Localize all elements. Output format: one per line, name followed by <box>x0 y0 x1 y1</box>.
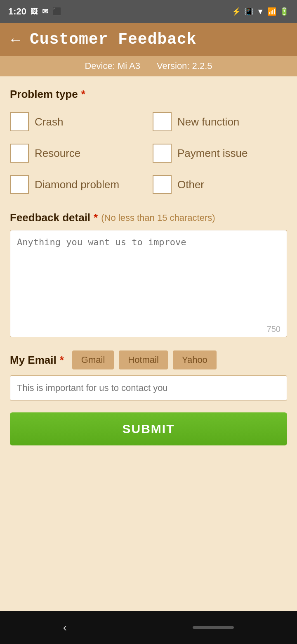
checkbox-resource-box[interactable] <box>10 144 29 163</box>
device-info: Device: Mi A3 <box>85 61 140 71</box>
main-content: Problem type * Crash New function Resour… <box>0 76 297 611</box>
signal-icon: 📶 <box>267 7 276 16</box>
checkbox-payment-issue-box[interactable] <box>153 144 172 163</box>
version-info: Version: 2.2.5 <box>157 61 212 71</box>
checkbox-crash[interactable]: Crash <box>10 108 144 135</box>
status-bar: 1:20 🖼 ✉ ⬛ ⚡ 📳 ▼ 📶 🔋 <box>0 0 297 23</box>
email-label: My Email * <box>10 354 64 367</box>
required-star: * <box>81 88 85 101</box>
checkbox-crash-label: Crash <box>35 116 63 128</box>
email-required-star: * <box>60 354 64 367</box>
email-buttons: Gmail Hotmail Yahoo <box>72 350 217 369</box>
checkbox-resource-label: Resource <box>35 147 80 160</box>
problem-type-grid: Crash New function Resource Payment issu… <box>10 108 287 198</box>
bluetooth-icon: ⚡ <box>232 7 241 16</box>
app-header: ← Customer Feedback <box>0 23 297 56</box>
photo-icon: 🖼 <box>31 7 38 16</box>
nav-bar: ‹ <box>0 611 297 644</box>
checkbox-resource[interactable]: Resource <box>10 140 144 167</box>
checkbox-new-function-label: New function <box>177 116 239 128</box>
wifi-icon: ▼ <box>257 7 264 16</box>
feedback-hint: (No less than 15 characters) <box>101 213 215 223</box>
mail-icon: ✉ <box>42 7 48 16</box>
box-icon: ⬛ <box>52 7 61 16</box>
feedback-textarea-wrapper: 750 <box>10 230 287 339</box>
checkbox-payment-issue-label: Payment issue <box>177 147 248 160</box>
feedback-textarea[interactable] <box>10 230 287 337</box>
checkbox-payment-issue[interactable]: Payment issue <box>153 140 287 167</box>
page-title: Customer Feedback <box>30 31 197 48</box>
checkbox-other-box[interactable] <box>153 175 172 194</box>
status-time: 1:20 <box>8 6 26 17</box>
feedback-required-star: * <box>94 211 98 224</box>
checkbox-diamond-problem-box[interactable] <box>10 175 29 194</box>
back-nav-button[interactable]: ‹ <box>63 621 67 634</box>
checkbox-other[interactable]: Other <box>153 171 287 198</box>
feedback-detail-label: Feedback detail * (No less than 15 chara… <box>10 211 287 224</box>
checkbox-new-function[interactable]: New function <box>153 108 287 135</box>
sub-header: Device: Mi A3 Version: 2.2.5 <box>0 56 297 76</box>
back-button[interactable]: ← <box>8 31 23 48</box>
battery-icon: 🔋 <box>280 7 289 16</box>
char-count: 750 <box>267 324 280 334</box>
submit-button[interactable]: SUBMIT <box>10 412 287 445</box>
email-input[interactable] <box>10 375 287 401</box>
vibrate-icon: 📳 <box>244 7 253 16</box>
checkbox-new-function-box[interactable] <box>153 112 172 131</box>
checkbox-diamond-problem-label: Diamond problem <box>35 178 119 191</box>
email-section: My Email * Gmail Hotmail Yahoo <box>10 350 287 401</box>
checkbox-other-label: Other <box>177 178 204 191</box>
yahoo-button[interactable]: Yahoo <box>173 350 217 369</box>
problem-type-label: Problem type * <box>10 88 287 101</box>
hotmail-button[interactable]: Hotmail <box>119 350 168 369</box>
email-header-row: My Email * Gmail Hotmail Yahoo <box>10 350 287 369</box>
checkbox-diamond-problem[interactable]: Diamond problem <box>10 171 144 198</box>
gmail-button[interactable]: Gmail <box>72 350 114 369</box>
home-indicator[interactable] <box>193 626 234 629</box>
checkbox-crash-box[interactable] <box>10 112 29 131</box>
